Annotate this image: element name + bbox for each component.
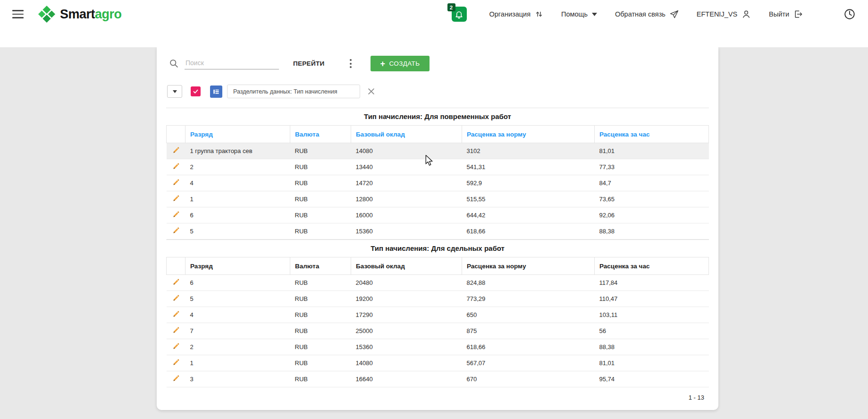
hamburger-menu-icon[interactable] [12,10,24,18]
column-header[interactable]: Расценка за час [595,257,709,275]
help-menu[interactable]: Помощь [561,10,597,18]
table-cell: 875 [462,323,595,339]
data-divider-icon[interactable] [210,86,222,98]
edit-pencil-icon[interactable] [172,294,180,302]
bell-icon [455,10,463,19]
logout-button[interactable]: Выйти [769,9,803,19]
table-cell: 1 [185,191,290,207]
column-header[interactable]: Базовый оклад [351,126,462,143]
table-cell: 81,01 [595,355,709,371]
filter-dropdown-button[interactable] [167,85,182,98]
topbar: Smartagro 2 Организация [0,0,868,47]
column-header[interactable]: Расценка за час [595,126,709,143]
table-row[interactable]: 2RUB15360618,6688,38 [167,339,709,355]
column-header[interactable]: Валюта [290,126,351,143]
table-row[interactable]: 3RUB1664067095,74 [167,371,709,387]
table-cell: 17290 [351,307,462,323]
organization-menu[interactable]: Организация [489,10,543,18]
filter-checkbox[interactable] [191,86,201,96]
swap-vertical-icon [535,10,543,18]
table-cell: 81,01 [595,143,709,159]
table-header-row: РазрядВалютаБазовый окладРасценка за нор… [167,126,709,143]
filter-close-icon[interactable] [365,86,377,98]
edit-pencil-icon[interactable] [172,342,180,350]
filter-chip[interactable]: Разделитель данных: Тип начисления [227,85,360,98]
edit-pencil-icon[interactable] [172,326,180,334]
table-cell: 16640 [351,371,462,387]
table-row[interactable]: 5RUB19200773,29110,47 [167,291,709,307]
more-options-icon[interactable] [348,57,354,70]
edit-pencil-icon[interactable] [172,211,180,218]
edit-pencil-icon[interactable] [172,179,180,186]
person-icon [742,9,751,19]
table-cell: 88,38 [595,223,709,239]
table-cell: 618,66 [462,339,595,355]
table-cell: RUB [290,291,351,307]
edit-pencil-icon[interactable] [172,278,180,286]
edit-pencil-icon[interactable] [172,162,180,170]
edit-pencil-icon[interactable] [172,375,180,382]
table-cell: 16000 [351,207,462,223]
edit-pencil-icon[interactable] [172,195,180,202]
table-cell: RUB [290,207,351,223]
notifications-button[interactable]: 2 [452,7,467,22]
create-button[interactable]: + СОЗДАТЬ [371,56,429,71]
table-cell: 824,88 [462,275,595,291]
table-cell: 12800 [351,191,462,207]
table-row[interactable]: 1 группа трактора севRUB14080310281,01 [167,143,709,159]
table-cell: 592,9 [462,175,595,191]
column-header[interactable]: Валюта [290,257,351,275]
column-header[interactable]: Разряд [185,257,290,275]
paper-plane-icon [670,10,679,19]
column-header[interactable]: Разряд [185,126,290,143]
table-cell: 644,42 [462,207,595,223]
edit-column-header [167,257,185,275]
feedback-label: Обратная связь [615,10,666,18]
table-cell: 618,66 [462,223,595,239]
table-cell: 4 [185,307,290,323]
table-row[interactable]: 6RUB20480824,88117,84 [167,275,709,291]
feedback-button[interactable]: Обратная связь [615,10,679,19]
table-cell: RUB [290,323,351,339]
table-cell: 103,11 [595,307,709,323]
table-row[interactable]: 4RUB17290650103,11 [167,307,709,323]
edit-pencil-icon[interactable] [172,310,180,318]
table-cell: 3 [185,371,290,387]
table-row[interactable]: 1RUB12800515,5573,65 [167,191,709,207]
edit-pencil-icon[interactable] [172,359,180,366]
table-cell: 15360 [351,223,462,239]
grades-table: РазрядВалютаБазовый окладРасценка за нор… [166,125,709,239]
table-cell: 56 [595,323,709,339]
smartagro-logo[interactable]: Smartagro [38,5,122,23]
table-row[interactable]: 1RUB14080567,0781,01 [167,355,709,371]
user-menu[interactable]: EFTENIJ_VS [697,9,751,19]
table-row[interactable]: 7RUB2500087556 [167,323,709,339]
table-row[interactable]: 5RUB15360618,6688,38 [167,223,709,239]
column-header[interactable]: Базовый оклад [351,257,462,275]
history-clock-icon[interactable] [843,8,856,20]
edit-column-header [167,126,185,143]
table-cell: 2 [185,339,290,355]
create-button-label: СОЗДАТЬ [389,60,420,67]
edit-pencil-icon[interactable] [172,227,180,234]
table-cell: 84,7 [595,175,709,191]
search-input[interactable] [185,58,279,69]
filter-row: Разделитель данных: Тип начисления [166,85,709,98]
table-row[interactable]: 6RUB16000644,4292,06 [167,207,709,223]
username-label: EFTENIJ_VS [697,10,737,18]
table-cell: 14720 [351,175,462,191]
table-cell: 117,84 [595,275,709,291]
table-row[interactable]: 2RUB13440541,3177,33 [167,159,709,175]
plus-icon: + [380,60,385,68]
table-cell: 6 [185,275,290,291]
column-header[interactable]: Расценка за норму [462,126,595,143]
edit-pencil-icon[interactable] [172,146,180,154]
column-header[interactable]: Расценка за норму [462,257,595,275]
logo-text: Smartagro [60,7,122,22]
table-cell: RUB [290,307,351,323]
table-cell: RUB [290,175,351,191]
table-cell: RUB [290,355,351,371]
go-button[interactable]: ПЕРЕЙТИ [293,60,324,67]
table-row[interactable]: 4RUB14720592,984,7 [167,175,709,191]
content-card: ПЕРЕЙТИ + СОЗДАТЬ Разделитель данных: Ти… [157,47,718,410]
